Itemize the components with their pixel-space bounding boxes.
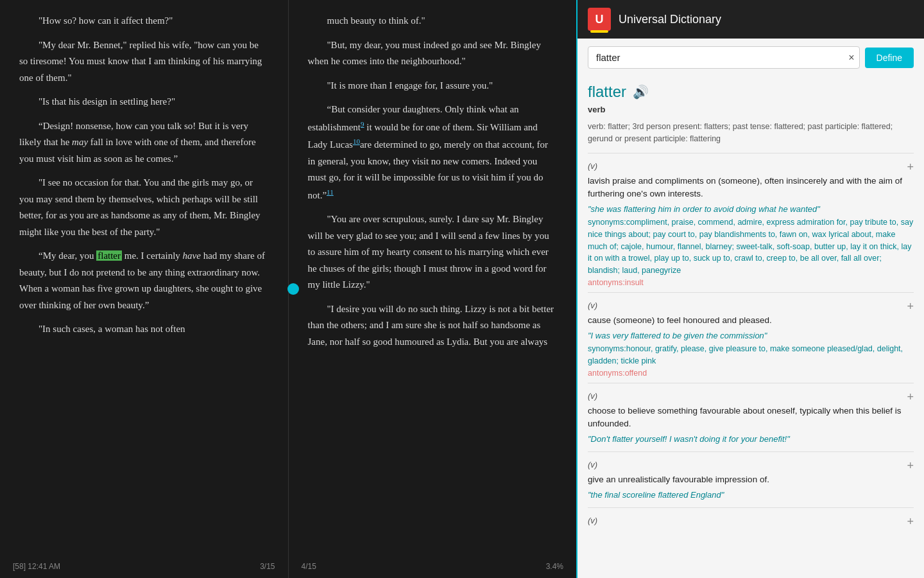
def-expand-5[interactable]: + [907, 516, 914, 527]
definition-block-4: (v) + give an unrealistically favourable… [588, 451, 914, 507]
definition-block-3: (v) + choose to believe something favour… [588, 383, 914, 452]
paragraph-3: "Is that his design in settling here?" [19, 94, 269, 110]
r-paragraph-5: "You are over scrupulous, surely. I dare… [308, 211, 558, 293]
dict-content[interactable]: flatter 🔊 verb verb: flatter; 3rd person… [578, 76, 924, 578]
search-input-wrapper: × [588, 46, 860, 69]
page-footer-right: 4/15 3.4% [289, 560, 577, 573]
def-text-2: cause (someone) to feel honoured and ple… [588, 314, 914, 327]
dict-logo: U [588, 8, 611, 31]
def-example-4: "the final scoreline flattered England" [588, 490, 914, 500]
r-paragraph-4: “But consider your daughters. Only think… [308, 101, 558, 204]
paragraph-2: "My dear Mr. Bennet," replied his wife, … [19, 37, 269, 87]
page-left: "How so? how can it affect them?" "My de… [0, 0, 289, 578]
define-button[interactable]: Define [865, 48, 914, 68]
divider-handle[interactable] [287, 283, 299, 295]
def-text-4: give an unrealistically favourable impre… [588, 473, 914, 486]
def-pos-2: (v) [588, 301, 914, 310]
dict-header: U Universal Dictionary [578, 0, 924, 39]
audio-icon[interactable]: 🔊 [633, 84, 649, 100]
word-pos: verb [588, 105, 914, 114]
paragraph-5: "I see no occasion for that. You and the… [19, 175, 269, 240]
def-expand-2[interactable]: + [907, 301, 914, 312]
r-paragraph-2: "But, my dear, you must indeed go and se… [308, 37, 558, 70]
def-pos-1: (v) [588, 161, 914, 171]
def-text-3: choose to believe something favourable a… [588, 405, 914, 431]
inflections: verb: flatter; 3rd person present: flatt… [588, 121, 914, 145]
clear-button[interactable]: × [848, 53, 854, 63]
reader-area: "How so? how can it affect them?" "My de… [0, 0, 578, 578]
definition-block-2: (v) + cause (someone) to feel honoured a… [588, 292, 914, 383]
page-percent: 3.4% [546, 560, 563, 573]
word-main: flatter [588, 83, 626, 101]
page-footer-left: [58] 12:41 AM 3/15 [0, 560, 288, 573]
def-example-1: "she was flattering him in order to avoi… [588, 204, 914, 214]
pos-label: verb [588, 105, 605, 114]
paragraph-6: “My dear, you flatter me. I certainly ha… [19, 248, 269, 313]
page-right: much beauty to think of." "But, my dear,… [289, 0, 577, 578]
def-text-1: lavish praise and compliments on (someon… [588, 175, 914, 201]
def-pos-5: (v) [588, 516, 914, 525]
def-antonyms-2: antonyms:offend [588, 369, 914, 378]
r-paragraph-1: much beauty to think of." [308, 13, 558, 30]
def-expand-1[interactable]: + [907, 161, 914, 173]
page-time: [58] 12:41 AM [13, 560, 60, 573]
word-header: flatter 🔊 [588, 76, 914, 105]
definition-block-1: (v) + lavish praise and compliments on (… [588, 153, 914, 292]
definition-block-5: (v) + [588, 507, 914, 534]
def-pos-4: (v) [588, 460, 914, 469]
paragraph-4: “Design! nonsense, how can you talk so! … [19, 118, 269, 168]
def-expand-4[interactable]: + [907, 460, 914, 471]
def-example-3: "Don't flatter yourself! I wasn't doing … [588, 434, 914, 444]
highlighted-word: flatter [96, 250, 122, 261]
r-paragraph-6: "I desire you will do no such thing. Liz… [308, 301, 558, 351]
def-synonyms-2: synonyms:honour, gratify, please, give p… [588, 343, 914, 367]
paragraph-1: "How so? how can it affect them?" [19, 13, 269, 30]
def-antonyms-1: antonyms:insult [588, 278, 914, 287]
def-synonyms-1: synonyms:compliment, praise, commend, ad… [588, 216, 914, 277]
search-input[interactable] [588, 46, 860, 69]
page-number-left: 3/15 [260, 560, 275, 573]
dictionary-panel: U Universal Dictionary × Define flatter … [578, 0, 924, 578]
def-example-2: "I was very flattered to be given the co… [588, 331, 914, 340]
page-number-right: 4/15 [302, 560, 316, 573]
dict-search-area: × Define [578, 39, 924, 76]
def-pos-3: (v) [588, 391, 914, 401]
dict-title: Universal Dictionary [619, 13, 721, 26]
def-expand-3[interactable]: + [907, 391, 914, 403]
r-paragraph-3: "It is more than I engage for, I assure … [308, 78, 558, 94]
paragraph-7: "In such cases, a woman has not often [19, 321, 269, 338]
